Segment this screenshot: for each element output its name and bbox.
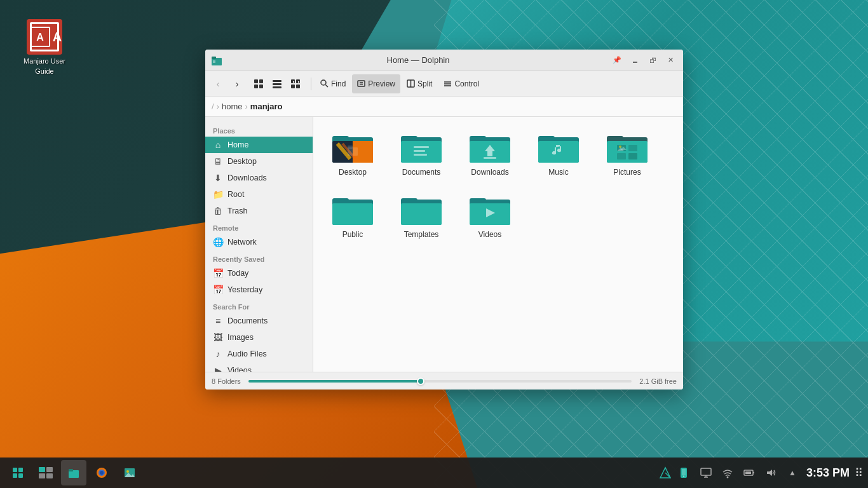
file-item-templates[interactable]: Templates: [390, 187, 453, 244]
sidebar-item-search-videos-label: Videos: [227, 366, 252, 372]
tray-battery[interactable]: [740, 464, 758, 482]
sidebar-item-trash[interactable]: 🗑 Trash: [205, 203, 313, 219]
sidebar-item-search-audio-label: Audio Files: [227, 349, 267, 358]
sidebar-item-search-docs-label: Documents: [227, 316, 268, 325]
svg-rect-80: [69, 469, 73, 471]
preview-button[interactable]: Preview: [352, 74, 400, 93]
file-item-documents[interactable]: Documents: [390, 125, 453, 182]
sidebar-item-desktop[interactable]: 🖥 Desktop: [205, 153, 313, 170]
taskbar-app-menu[interactable]: [5, 460, 31, 485]
file-item-public[interactable]: Public: [321, 187, 384, 244]
split-button[interactable]: Split: [402, 74, 437, 93]
titlebar: Home — Dolphin 📌 🗕 🗗 ✕: [205, 50, 683, 71]
sidebar: Places ⌂ Home 🖥 Desktop ⬇ Downloads 📁 Ro…: [205, 117, 313, 372]
svg-rect-78: [46, 473, 53, 478]
svg-rect-15: [291, 85, 295, 88]
trash-icon: 🗑: [213, 206, 223, 216]
sidebar-item-downloads[interactable]: ⬇ Downloads: [205, 170, 313, 186]
svg-rect-53: [607, 141, 648, 163]
addr-root[interactable]: /: [212, 102, 214, 111]
file-item-music[interactable]: Music: [527, 125, 590, 182]
window-icon: [210, 54, 223, 67]
sidebar-item-search-images[interactable]: 🖼 Images: [205, 329, 313, 346]
window-close-button[interactable]: ✕: [663, 53, 678, 68]
svg-rect-10: [273, 80, 281, 82]
svg-point-91: [683, 476, 684, 477]
images-search-icon: 🖼: [213, 332, 223, 342]
find-button[interactable]: Find: [315, 74, 351, 93]
view-list-button[interactable]: [268, 75, 286, 93]
window-maximize-button[interactable]: 🗗: [645, 53, 660, 68]
sidebar-section-places: Places: [205, 122, 313, 137]
svg-rect-97: [745, 471, 751, 474]
svg-rect-75: [39, 467, 45, 472]
storage-slider[interactable]: [248, 380, 632, 383]
sidebar-item-desktop-label: Desktop: [227, 157, 257, 166]
control-button[interactable]: Control: [438, 74, 484, 93]
window-pin-button[interactable]: 📌: [609, 53, 625, 68]
sidebar-item-network[interactable]: 🌐 Network: [205, 234, 313, 250]
desktop-icon-si: 🖥: [213, 156, 223, 166]
sidebar-item-trash-label: Trash: [227, 207, 248, 215]
svg-rect-36: [348, 146, 353, 149]
file-item-videos[interactable]: Videos: [458, 187, 522, 244]
view-buttons: [250, 75, 304, 93]
window-controls: 📌 🗕 🗗 ✕: [609, 53, 678, 68]
status-count: 8 Folders: [212, 377, 241, 385]
svg-rect-92: [701, 468, 711, 475]
tray-expand[interactable]: ▲: [783, 464, 801, 482]
sidebar-item-today[interactable]: 📅 Today: [205, 265, 313, 281]
nav-back-button[interactable]: ‹: [209, 75, 227, 93]
videos-search-icon: ▶: [213, 365, 223, 372]
view-compact-button[interactable]: [287, 75, 304, 93]
taskbar-pager[interactable]: [33, 460, 58, 485]
sidebar-item-search-videos[interactable]: ▶ Videos: [205, 362, 313, 372]
addr-home[interactable]: home: [222, 102, 243, 111]
statusbar: 8 Folders 2.1 GiB free: [205, 372, 683, 390]
addr-current: manjaro: [250, 102, 283, 111]
svg-rect-56: [617, 153, 626, 159]
tray-volume[interactable]: [762, 464, 780, 482]
file-label-downloads: Downloads: [471, 168, 508, 177]
content-area: Places ⌂ Home 🖥 Desktop ⬇ Downloads 📁 Ro…: [205, 117, 683, 372]
file-item-pictures[interactable]: Pictures: [595, 125, 659, 182]
svg-point-95: [726, 477, 728, 478]
svg-rect-74: [18, 473, 23, 478]
sidebar-item-home[interactable]: ⌂ Home: [205, 137, 313, 153]
window-minimize-button[interactable]: 🗕: [627, 53, 642, 68]
file-label-pictures: Pictures: [613, 168, 641, 177]
svg-rect-8: [254, 85, 258, 88]
svg-rect-73: [13, 473, 17, 478]
file-item-desktop[interactable]: Desktop: [321, 125, 384, 182]
sidebar-item-yesterday[interactable]: 📅 Yesterday: [205, 281, 313, 298]
tray-wifi[interactable]: [719, 464, 736, 482]
sidebar-item-search-audio[interactable]: ♪ Audio Files: [205, 346, 313, 362]
addr-arrow1: ›: [217, 102, 219, 111]
taskbar-tray-icons: ▲: [659, 464, 801, 482]
tray-kde-connect[interactable]: [675, 464, 693, 482]
taskbar-image-viewer[interactable]: [117, 460, 142, 485]
svg-rect-4: [212, 57, 216, 59]
sidebar-item-root[interactable]: 📁 Root: [205, 186, 313, 203]
taskbar-grid-menu[interactable]: ⠿: [855, 466, 863, 480]
svg-rect-0: [27, 24, 53, 50]
taskbar-firefox[interactable]: [89, 460, 114, 485]
desktop-icon-manjaro-guide[interactable]: A Manjaro User Guide: [19, 19, 70, 75]
svg-rect-11: [273, 83, 281, 85]
nav-forward-button[interactable]: ›: [228, 75, 246, 93]
folder-icon-templates: [401, 192, 442, 227]
view-icons-button[interactable]: [250, 75, 268, 93]
addressbar: / › home › manjaro: [205, 97, 683, 117]
sidebar-item-yesterday-label: Yesterday: [227, 285, 262, 294]
storage-used: [248, 380, 421, 383]
file-item-downloads[interactable]: Downloads: [458, 125, 522, 182]
svg-point-58: [619, 146, 621, 148]
tray-display[interactable]: [697, 464, 715, 482]
svg-rect-98: [753, 472, 754, 473]
taskbar-dolphin[interactable]: [61, 460, 86, 485]
svg-rect-55: [628, 145, 637, 151]
toolbar-separator: [311, 78, 311, 90]
sidebar-item-search-docs[interactable]: ≡ Documents: [205, 313, 313, 329]
sidebar-item-root-label: Root: [227, 190, 244, 199]
sidebar-item-downloads-label: Downloads: [227, 173, 267, 182]
